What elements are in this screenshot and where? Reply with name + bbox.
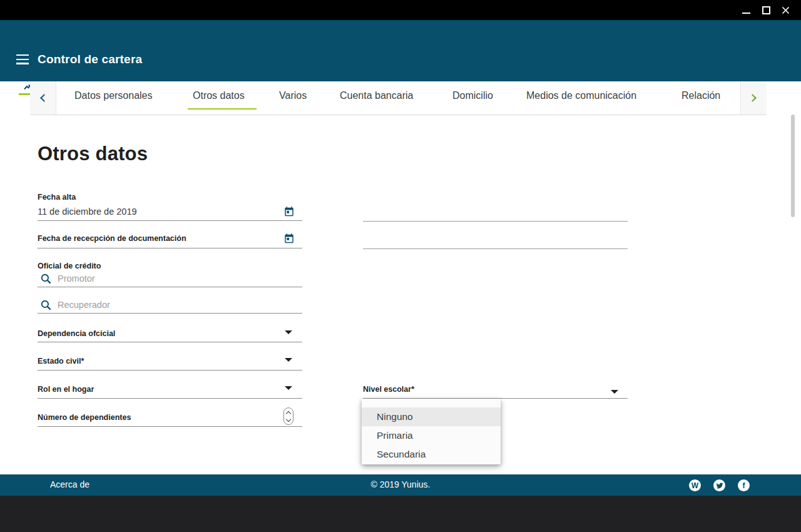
estado-civil-label: Estado civil* xyxy=(38,357,84,366)
window-titlebar xyxy=(0,0,801,20)
rol-hogar-underline xyxy=(38,398,302,399)
twitter-icon[interactable] xyxy=(713,479,725,491)
page-title: Otros datos xyxy=(38,143,148,165)
chevron-right-icon xyxy=(748,94,757,102)
tab-strip: Datos personales Otros datos Varios Cuen… xyxy=(30,81,767,115)
estado-civil-underline xyxy=(38,370,302,371)
tab-medios-comunicacion[interactable]: Medios de comunicación xyxy=(526,90,636,101)
facebook-icon[interactable]: f xyxy=(738,479,750,491)
tab-domicilio[interactable]: Domicilio xyxy=(452,90,493,101)
app-title: Control de cartera xyxy=(38,53,142,66)
app-header: Control de cartera Operación Reportes xyxy=(0,20,801,81)
dropdown-option-secundaria[interactable]: Secundaria xyxy=(362,445,501,464)
maximize-button[interactable] xyxy=(757,0,775,20)
tab-otros-datos[interactable]: Otros datos xyxy=(193,90,245,101)
oficial-credito-label: Oficial de crédito xyxy=(38,262,101,270)
dropdown-option-primaria[interactable]: Primaria xyxy=(362,426,501,445)
vertical-scrollbar[interactable] xyxy=(791,115,795,217)
dropdown-caret-icon[interactable] xyxy=(285,330,292,334)
nivel-escolar-label: Nivel escolar* xyxy=(363,385,414,394)
nivel-escolar-dropdown: Ninguno Primaria Secundaria xyxy=(362,399,501,464)
close-button[interactable] xyxy=(777,0,794,20)
taskbar: G 12:32 PM xyxy=(0,496,801,532)
dependencia-label: Dependencia ofcicial xyxy=(38,329,115,338)
fecha-recepcion-label: Fecha de rececpción de documentación xyxy=(38,234,186,243)
dropdown-option-ninguno[interactable]: Ninguno xyxy=(362,407,501,426)
num-dependientes-label: Número de dependientes xyxy=(38,413,131,422)
promotor-underline xyxy=(38,287,302,287)
num-dependientes-underline xyxy=(38,426,302,427)
promotor-input[interactable] xyxy=(58,274,264,284)
calendar-icon[interactable] xyxy=(283,233,295,245)
dropdown-caret-icon[interactable] xyxy=(285,358,292,362)
screen: Control de cartera Operación Reportes Da… xyxy=(0,0,801,532)
maximize-icon xyxy=(762,6,770,14)
stepper-down-icon xyxy=(286,416,291,421)
empty-field-underline[interactable] xyxy=(363,248,628,249)
copyright-text: © 2019 Yunius. xyxy=(0,479,801,489)
stepper-up-icon xyxy=(286,411,291,416)
menu-icon[interactable] xyxy=(16,54,29,64)
fecha-alta-value[interactable]: 11 de diciembre de 2019 xyxy=(38,207,137,217)
recuperador-underline xyxy=(38,313,302,314)
recuperador-input[interactable] xyxy=(58,300,264,310)
close-icon xyxy=(781,6,790,15)
dropdown-caret-icon[interactable] xyxy=(611,390,618,394)
dependencia-underline xyxy=(38,342,302,342)
tab-datos-personales[interactable]: Datos personales xyxy=(74,90,153,101)
empty-field-underline[interactable] xyxy=(363,221,628,222)
minimize-button[interactable] xyxy=(737,0,755,20)
number-stepper[interactable] xyxy=(283,407,293,425)
chevron-left-icon xyxy=(40,94,48,102)
dropdown-caret-icon[interactable] xyxy=(285,386,292,390)
rol-hogar-label: Rol en el hogar xyxy=(38,385,94,394)
tabs-scroll-left-button[interactable] xyxy=(30,81,56,115)
tab-cuenta-bancaria[interactable]: Cuenta bancaria xyxy=(340,90,413,101)
tabs-scroll-right-button[interactable] xyxy=(740,81,767,115)
tab-varios[interactable]: Varios xyxy=(279,90,307,101)
active-tab-underline xyxy=(188,108,257,110)
minimize-icon xyxy=(742,13,750,14)
fecha-recepcion-underline xyxy=(38,248,302,248)
fecha-alta-underline xyxy=(38,220,302,221)
search-icon xyxy=(40,299,52,311)
wordpress-icon[interactable]: W xyxy=(689,479,701,491)
footer: Acerca de © 2019 Yunius. xyxy=(0,474,801,496)
tab-relacion[interactable]: Relación xyxy=(681,90,720,101)
fecha-alta-label: Fecha alta xyxy=(38,193,76,202)
calendar-icon[interactable] xyxy=(283,206,295,218)
search-icon xyxy=(40,273,52,285)
